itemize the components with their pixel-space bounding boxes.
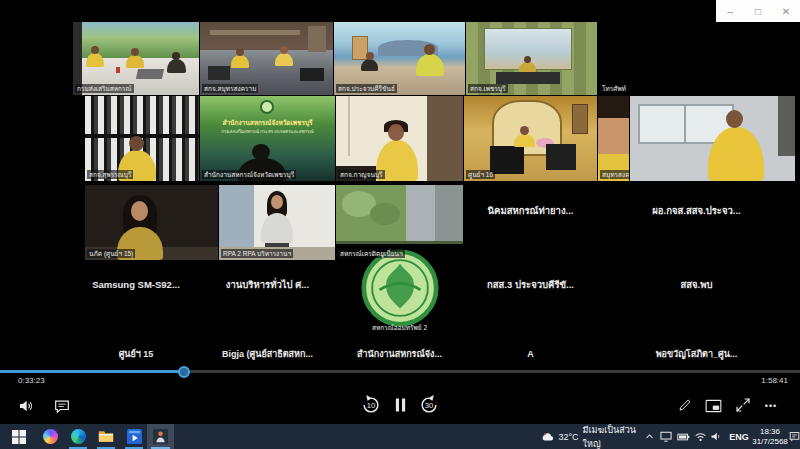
person-figure	[361, 59, 378, 71]
video-tile: สกจ.สุพรรณบุรี	[85, 96, 199, 181]
person-figure	[424, 44, 435, 55]
wifi-icon	[694, 431, 707, 442]
volume-icon	[18, 398, 34, 414]
person-figure	[131, 201, 148, 221]
taskbar-item-active-app[interactable]	[147, 424, 174, 449]
file-explorer-icon	[98, 430, 114, 443]
minimize-button[interactable]: –	[716, 0, 744, 22]
person-figure	[416, 54, 444, 76]
close-button[interactable]: ✕	[772, 0, 800, 22]
active-app-icon	[153, 429, 168, 444]
tray-battery-icon[interactable]	[675, 424, 691, 449]
pencil-icon	[677, 397, 693, 413]
window-titlebar: – □ ✕	[716, 0, 800, 22]
taskbar-item-copilot[interactable]	[37, 424, 63, 449]
battery-icon	[677, 432, 690, 442]
language-indicator[interactable]: ENG	[726, 424, 752, 449]
skip-forward-label: 30	[425, 401, 434, 410]
video-stage[interactable]: กรมส่งเสริมสหกรณ์ สกจ.สมุทรสงคราม	[0, 0, 800, 424]
pause-button[interactable]	[392, 396, 408, 414]
emblem-circle	[260, 100, 274, 114]
tray-display-icon[interactable]	[658, 424, 674, 449]
decor-monitor	[208, 66, 230, 80]
clock-date: 31/7/2568	[752, 437, 788, 447]
decor-shelf-line	[85, 134, 199, 138]
mini-player-button[interactable]	[703, 398, 723, 414]
participant-name-label: พอขวัญโสภิตา_ศูน...	[656, 347, 738, 361]
video-tile-camera-off: นิคมสหกรณ์ท่ายาง...	[464, 185, 597, 235]
seek-bar[interactable]	[0, 370, 800, 373]
person-figure	[726, 110, 743, 128]
person-figure	[231, 55, 249, 68]
taskbar-clock[interactable]: 18:36 31/7/2568	[752, 427, 788, 446]
windows-logo-icon	[12, 430, 26, 444]
decor-window-line	[348, 96, 350, 156]
tray-show-hidden-icons[interactable]	[642, 424, 656, 449]
participant-video	[336, 96, 463, 181]
video-tile	[630, 96, 795, 181]
person-figure	[524, 56, 531, 63]
fullscreen-button[interactable]	[733, 395, 753, 415]
skip-forward-30-button[interactable]: 30	[417, 393, 441, 417]
decor-monitor	[300, 68, 324, 81]
captions-button[interactable]	[52, 397, 72, 415]
poster-title: สำนักงานสหกรณ์จังหวัดเพชรบุรี	[200, 118, 335, 128]
volume-button[interactable]	[16, 396, 36, 416]
tray-network-icon[interactable]	[692, 424, 708, 449]
action-center-button[interactable]	[788, 424, 800, 449]
taskbar-item-movies-tv[interactable]	[121, 424, 147, 449]
weather-widget[interactable]: 32°C มีเมฆเป็นส่วนใหญ่	[542, 424, 642, 449]
seek-progress	[0, 370, 184, 373]
decor-monitor	[546, 144, 576, 170]
video-tile-camera-off: กสส.3 ประจวบคีรีขั...	[464, 262, 597, 307]
more-options-button[interactable]: •••	[760, 400, 782, 412]
video-tile: สกจ.ประจวบคีรีขันธ์	[334, 22, 465, 95]
person-figure	[261, 213, 293, 243]
tray-volume-icon[interactable]	[708, 424, 724, 449]
participant-name-label: สมุทรสงคราม	[600, 170, 629, 179]
participant-name-label: Bigja (ศูนย์สาธิตสหก...	[222, 347, 313, 361]
skip-back-10-button[interactable]: 10	[359, 393, 383, 417]
video-tile-camera-off: งานบริหารทั่วไป ศ...	[200, 262, 335, 307]
taskbar-item-file-explorer[interactable]	[93, 424, 119, 449]
participant-name-label: A	[527, 349, 534, 359]
weather-temp: 32°C	[559, 432, 579, 442]
video-tile: สกจ.สมุทรสงคราม	[200, 22, 333, 95]
video-tile-camera-off: Bigja (ศูนย์สาธิตสหก...	[200, 340, 335, 368]
video-tile: RPA 2 RPA บริหารงานฯ	[219, 185, 335, 260]
clock-time: 18:36	[752, 427, 788, 437]
person-figure	[280, 46, 288, 54]
ellipsis-icon: •••	[765, 401, 777, 411]
participant-name-label: ผอ.กจส.สสจ.ประจว...	[652, 203, 741, 218]
person-figure	[514, 134, 535, 147]
taskbar-item-edge[interactable]	[65, 424, 91, 449]
participant-name-label: กสส.3 ประจวบคีรีขั...	[487, 277, 574, 292]
seek-thumb[interactable]	[178, 366, 190, 378]
participant-name-label: สหกรณ์ออมทรัพย์ 2	[370, 323, 429, 332]
video-tile-camera-off: Samsung SM-S92...	[73, 262, 199, 307]
person-figure	[131, 48, 139, 56]
person-figure	[519, 62, 536, 72]
person-figure	[366, 52, 374, 60]
person-figure	[126, 55, 144, 68]
decor-cup	[116, 67, 120, 73]
decor-portrait	[572, 104, 588, 134]
participant-video: สำนักงานสหกรณ์จังหวัดเพชรบุรี กรมส่งเสริ…	[200, 96, 335, 181]
participant-name-label: Samsung SM-S92...	[92, 279, 180, 290]
person-figure	[129, 136, 144, 151]
monitor-icon	[660, 431, 672, 442]
video-tile: สกจ.กาญจนบุรี	[336, 96, 463, 181]
start-button[interactable]	[4, 424, 34, 449]
participant-name-label: RPA 2 RPA บริหารงานฯ	[221, 249, 293, 258]
maximize-button[interactable]: □	[744, 0, 772, 22]
ink-edit-button[interactable]	[675, 395, 695, 415]
weather-desc: มีเมฆเป็นส่วนใหญ่	[583, 423, 642, 449]
decor-laptop	[136, 69, 164, 79]
participant-name-label: สำนักงานสหกรณ์จัง...	[357, 347, 442, 361]
participant-name-label: ศูนย์ฯ 15	[119, 347, 154, 361]
video-tile-camera-off: สสจ.พบ	[598, 262, 795, 307]
video-tile: สมุทรสงคราม	[598, 96, 629, 181]
participant-name-label: สำนักงานสหกรณ์จังหวัดเพชรบุรี	[202, 170, 296, 179]
video-tile-camera-off: พอขวัญโสภิตา_ศูน...	[598, 340, 795, 368]
person-figure	[91, 46, 99, 54]
